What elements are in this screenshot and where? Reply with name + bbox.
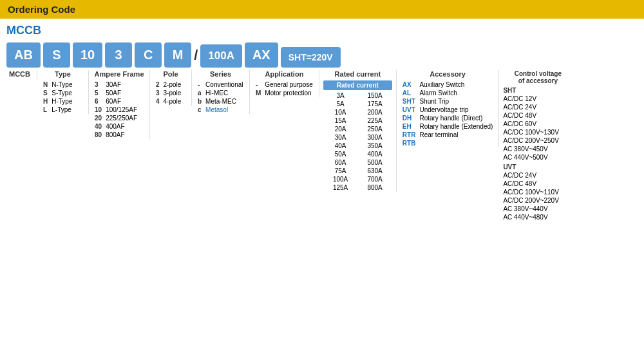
table-row: bMeta-MEC: [196, 97, 245, 106]
code-block-s: S: [43, 42, 70, 68]
table-row: 44-pole: [154, 97, 183, 106]
col-type: Type NN-Type SS-Type HH-Type LL-Type: [37, 70, 89, 114]
col-application-header: Application: [254, 70, 315, 78]
code-block-c: C: [135, 42, 162, 68]
col-pole-header: Pole: [154, 70, 187, 78]
accessory-table: AXAuxiliary Switch ALAlarm Switch SHTShu…: [401, 80, 495, 147]
table-row: 22-pole: [154, 80, 183, 89]
code-blocks-row: AB S 10 3 C M / 100A AX SHT=220V: [6, 42, 638, 68]
columns-row: MCCB Type NN-Type SS-Type HH-Type LL-Typ…: [6, 70, 638, 221]
col-accessory: Accessory AXAuxiliary Switch ALAlarm Swi…: [397, 70, 500, 147]
cv-item: AC/DC 200V~250V: [503, 136, 573, 145]
cv-item: AC/DC 24V: [503, 171, 573, 180]
mccb-title: MCCB: [6, 24, 638, 37]
col-pole: Pole 22-pole 33-pole 44-pole: [150, 70, 192, 106]
col-series-header: Series: [196, 70, 245, 78]
col-mccb-header: MCCB: [6, 70, 33, 78]
table-row: aHi-MEC: [196, 89, 245, 97]
cv-item: AC/DC 100V~130V: [503, 128, 573, 136]
cv-uvt-header: UVT: [503, 163, 573, 171]
table-row: AXAuxiliary Switch: [401, 80, 495, 89]
col-rated-current: Rated current Rated current 3A150A 5A175…: [319, 70, 397, 192]
table-row: -Conventional: [196, 80, 245, 89]
col-mccb: MCCB: [6, 70, 37, 80]
table-row: 10100/125AF: [93, 106, 139, 114]
cv-sht-header: SHT: [503, 87, 573, 94]
cv-item: AC 380V~450V: [503, 145, 573, 153]
table-row: 33-pole: [154, 89, 183, 97]
ordering-header: Ordering Code: [0, 0, 644, 19]
code-block-10: 10: [73, 42, 102, 68]
table-row: 550AF: [93, 89, 139, 97]
table-row: 40400AF: [93, 122, 139, 131]
cv-item: AC/DC 100V~110V: [503, 188, 573, 196]
type-table: NN-Type SS-Type HH-Type LL-Type: [41, 80, 74, 114]
code-block-100a: 100A: [200, 44, 242, 68]
col-control-voltage: Control voltageof accessory SHT AC/DC 12…: [499, 70, 576, 221]
table-row: M Motor protection: [254, 89, 315, 97]
code-block-ab: AB: [6, 42, 41, 68]
cv-item: AC/DC 48V: [503, 180, 573, 188]
table-row: DHRotary handle (Direct): [401, 114, 495, 122]
series-table: -Conventional aHi-MEC bMeta-MEC cMetasol: [196, 80, 245, 114]
table-row: SS-Type: [41, 89, 74, 97]
cv-item: AC/DC 200V~220V: [503, 196, 573, 205]
table-row: RTRRear terminal: [401, 131, 495, 139]
cv-item: AC/DC 24V: [503, 103, 573, 111]
table-row: 20225/250AF: [93, 114, 139, 122]
cv-item: AC 440V~480V: [503, 213, 573, 221]
code-block-m: M: [164, 42, 191, 68]
col-ampere-frame: Ampere Frame 330AF 550AF 660AF 10100/125…: [89, 70, 150, 139]
table-row: UVTUndervoltage trip: [401, 106, 495, 114]
code-block-sht220v: SHT=220V: [281, 47, 341, 68]
rated-current-box: Rated current: [323, 80, 392, 90]
application-table: - General purpose M Motor protection: [254, 80, 315, 97]
cv-item: AC/DC 12V: [503, 95, 573, 103]
table-row: 660AF: [93, 97, 139, 106]
code-block-ax: AX: [245, 42, 278, 68]
col-rated-current-header: Rated current: [323, 70, 392, 78]
table-row: ALAlarm Switch: [401, 89, 495, 97]
rated-current-grid: 3A150A 5A175A 10A200A 15A225A 20A250A 30…: [323, 91, 392, 192]
table-row: SHTShunt Trip: [401, 97, 495, 106]
ampere-table: 330AF 550AF 660AF 10100/125AF 20225/250A…: [93, 80, 139, 139]
col-ampere-header: Ampere Frame: [93, 70, 146, 78]
cv-item: AC/DC 48V: [503, 111, 573, 120]
table-row: LL-Type: [41, 106, 74, 114]
pole-table: 22-pole 33-pole 44-pole: [154, 80, 183, 106]
table-row: NN-Type: [41, 80, 74, 89]
table-row: 80800AF: [93, 131, 139, 139]
cv-item: AC 440V~500V: [503, 153, 573, 162]
table-row: EHRotary handle (Extended): [401, 122, 495, 131]
col-control-voltage-header: Control voltageof accessory: [503, 70, 573, 84]
table-row: 330AF: [93, 80, 139, 89]
slash-separator: /: [194, 44, 198, 68]
table-row: cMetasol: [196, 106, 245, 114]
col-type-header: Type: [41, 70, 84, 78]
table-row: HH-Type: [41, 97, 74, 106]
table-row: - General purpose: [254, 80, 315, 89]
col-accessory-header: Accessory: [401, 70, 495, 78]
col-application: Application - General purpose M Motor pr…: [250, 70, 319, 97]
code-block-3: 3: [105, 42, 132, 68]
col-series: Series -Conventional aHi-MEC bMeta-MEC c…: [192, 70, 250, 114]
cv-item: AC/DC 60V: [503, 120, 573, 128]
cv-item: AC 380V~440V: [503, 205, 573, 213]
